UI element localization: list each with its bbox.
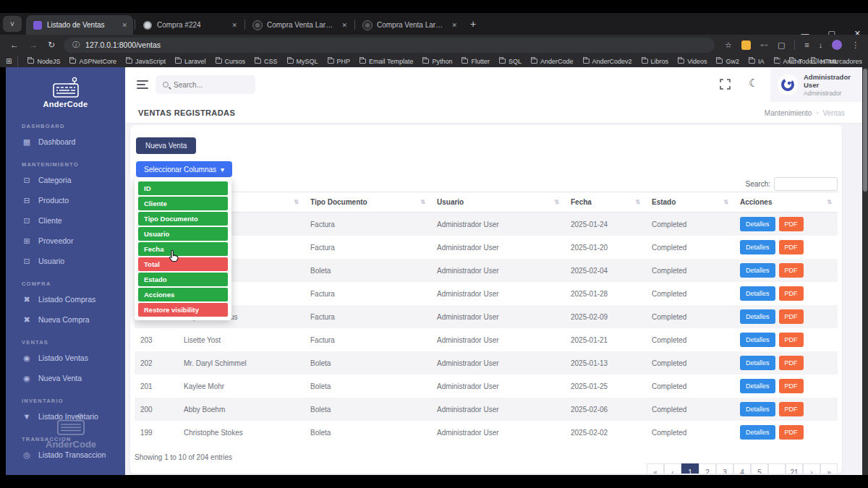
pdf-button[interactable]: PDF — [779, 217, 804, 231]
sidebar-item-nueva-venta[interactable]: ◉Nueva Venta — [6, 368, 125, 388]
pdf-button[interactable]: PDF — [779, 286, 804, 301]
bookmark-folder[interactable]: Python — [422, 58, 452, 65]
pdf-button[interactable]: PDF — [779, 309, 804, 324]
bookmark-folder[interactable]: AnderCode — [531, 58, 574, 65]
pdf-button[interactable]: PDF — [779, 263, 804, 278]
back-icon[interactable]: ← — [10, 40, 19, 50]
bookmark-folder[interactable]: CSS — [255, 58, 278, 65]
bookmark-folder[interactable]: JavaScript — [126, 58, 166, 65]
sidebar-item-producto[interactable]: ⊟Producto — [6, 190, 125, 210]
sidebar-item-cliente[interactable]: ⊡Cliente — [6, 210, 125, 231]
new-sale-button[interactable]: Nueva Venta — [136, 137, 196, 154]
tab-search-button[interactable]: ˅ — [3, 16, 22, 32]
column-toggle-restore-visibility[interactable]: Restore visibility — [138, 303, 228, 317]
pdf-button[interactable]: PDF — [779, 356, 804, 370]
all-bookmarks-button[interactable]: Todos los marcadores — [780, 57, 862, 65]
bookmark-folder[interactable]: IA — [749, 58, 765, 65]
details-button[interactable]: Detalles — [740, 402, 775, 416]
extension-icon[interactable]: ▢ — [778, 40, 785, 50]
page-button[interactable]: 3 — [716, 463, 733, 474]
browser-tab[interactable]: Compra Venta Laravel - Larave✕ — [356, 15, 463, 35]
column-header-estado[interactable]: Estado⇅ — [646, 192, 734, 212]
sidebar-item-dashboard[interactable]: ▦Dashboard — [6, 132, 125, 152]
address-bar[interactable]: ⓘ 127.0.0.1:8000/ventas — [64, 38, 715, 53]
bookmark-folder[interactable]: Gw2 — [716, 58, 739, 65]
global-search[interactable] — [156, 75, 255, 94]
reload-icon[interactable]: ↻ — [48, 40, 55, 50]
bookmark-folder[interactable]: Laravel — [175, 58, 206, 65]
browser-tab[interactable]: Compra #224✕ — [136, 15, 243, 35]
column-header-acciones[interactable]: Acciones⇅ — [734, 192, 838, 212]
column-toggle-acciones[interactable]: Acciones — [138, 288, 228, 301]
forward-icon[interactable]: → — [29, 40, 38, 50]
sidebar-item-proveedor[interactable]: ⊞Proveedor — [6, 231, 125, 251]
sidebar-item-listado-compras[interactable]: ✖Listado Compras — [6, 289, 125, 309]
bookmark-star-icon[interactable]: ☆ — [725, 40, 732, 50]
bookmark-folder[interactable]: ASPNetCore — [69, 58, 116, 65]
column-header-fecha[interactable]: Fecha⇅ — [565, 192, 646, 212]
media-cast-icon[interactable]: ⊷ — [760, 40, 768, 50]
browser-tab[interactable]: Listado de Ventas✕ — [26, 15, 133, 35]
sidebar-item-nueva-compra[interactable]: ✖Nueva Compra — [6, 309, 125, 330]
page-button[interactable]: 4 — [733, 463, 751, 474]
browser-scrollbar[interactable] — [862, 67, 868, 475]
profile-avatar-icon[interactable] — [832, 40, 842, 50]
tab-close-icon[interactable]: ✕ — [341, 22, 347, 29]
pdf-button[interactable]: PDF — [779, 402, 804, 416]
menu-toggle-icon[interactable] — [137, 80, 148, 91]
page-button[interactable]: « — [647, 463, 664, 474]
table-search-input[interactable] — [774, 177, 838, 191]
site-info-icon[interactable]: ⓘ — [72, 40, 80, 50]
apps-grid-icon[interactable]: ⊞ — [6, 57, 12, 65]
column-toggle-usuario[interactable]: Usuario — [138, 227, 228, 241]
tab-close-icon[interactable]: ✕ — [451, 22, 457, 29]
page-button[interactable]: 1 — [681, 463, 699, 474]
dark-mode-icon[interactable]: ☾ — [749, 77, 758, 90]
sidebar-item-listado-ventas[interactable]: ◉Listado Ventas — [6, 348, 125, 368]
column-toggle-fecha[interactable]: Fecha — [138, 242, 228, 256]
column-toggle-tipo-documento[interactable]: Tipo Documento — [138, 212, 228, 226]
app-logo[interactable]: AnderCode — [6, 67, 125, 114]
details-button[interactable]: Detalles — [740, 379, 775, 393]
page-button[interactable]: 21 — [786, 463, 803, 474]
column-header-tipo-documento[interactable]: Tipo Documento⇅ — [305, 192, 431, 212]
tab-close-icon[interactable]: ✕ — [231, 22, 237, 29]
bookmark-folder[interactable]: Cursos — [216, 58, 246, 65]
column-toggle-cliente[interactable]: Cliente — [138, 197, 228, 210]
sidebar-item-usuario[interactable]: ⊡Usuario — [6, 251, 125, 271]
bookmark-folder[interactable]: AnderCodev2 — [583, 58, 632, 65]
page-button[interactable]: » — [820, 463, 838, 474]
details-button[interactable]: Detalles — [740, 309, 775, 324]
user-menu[interactable]: Administrador User Administrador — [770, 67, 862, 102]
select-columns-button[interactable]: Seleccionar Columnas ▾ — [136, 161, 232, 177]
scrollbar-thumb[interactable] — [863, 69, 867, 192]
sidebar-item-listado-transaccion[interactable]: ◎Listado Transaccion — [6, 445, 125, 465]
bookmark-folder[interactable]: MySQL — [287, 58, 318, 65]
details-button[interactable]: Detalles — [740, 286, 775, 301]
global-search-input[interactable] — [174, 81, 246, 89]
sidebar-item-listado-inventario[interactable]: ▼Listado Inventario — [6, 406, 125, 427]
reading-list-icon[interactable]: ≡ — [804, 40, 809, 49]
pdf-button[interactable]: PDF — [779, 240, 804, 254]
pdf-button[interactable]: PDF — [779, 333, 804, 347]
bookmark-folder[interactable]: Videos — [678, 58, 707, 65]
sidebar-item-categoria[interactable]: ⊡Categoria — [6, 170, 125, 190]
column-header-usuario[interactable]: Usuario⇅ — [431, 192, 565, 212]
details-button[interactable]: Detalles — [740, 356, 775, 370]
tab-close-icon[interactable]: ✕ — [122, 22, 127, 29]
details-button[interactable]: Detalles — [740, 333, 775, 347]
bookmark-folder[interactable]: Flutter — [461, 58, 490, 65]
bookmark-folder[interactable]: SQL — [499, 58, 522, 65]
page-button[interactable]: ‹ — [664, 463, 681, 474]
breadcrumb-parent[interactable]: Mantenimiento — [765, 109, 812, 117]
new-tab-button[interactable]: + — [470, 18, 476, 30]
column-toggle-total[interactable]: Total — [138, 257, 228, 271]
pdf-button[interactable]: PDF — [779, 425, 804, 440]
download-icon[interactable]: ↓ — [819, 40, 823, 49]
details-button[interactable]: Detalles — [740, 425, 775, 440]
column-toggle-id[interactable]: ID — [138, 181, 228, 195]
browser-menu-icon[interactable]: ⋮ — [851, 40, 859, 50]
column-toggle-estado[interactable]: Estado — [138, 273, 228, 286]
bookmark-folder[interactable]: NodeJS — [27, 58, 60, 65]
fullscreen-icon[interactable] — [720, 79, 731, 90]
